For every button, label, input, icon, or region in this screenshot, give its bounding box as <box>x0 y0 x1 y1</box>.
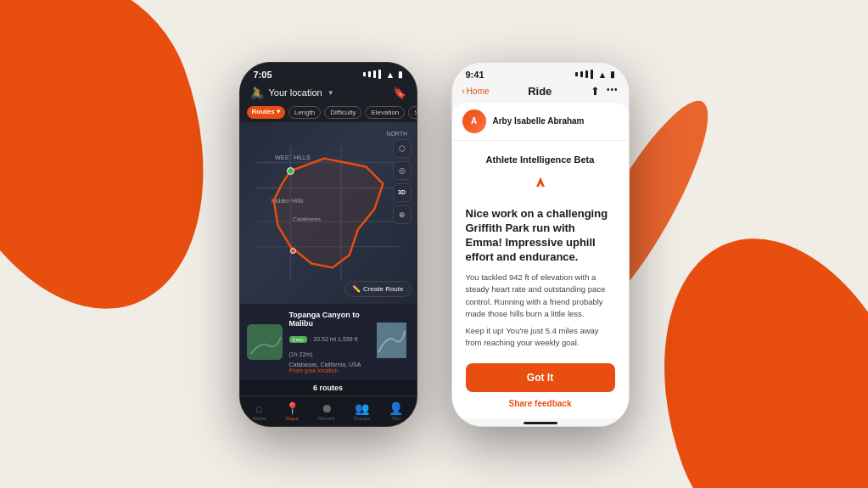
svg-point-1 <box>290 248 295 253</box>
groups-icon: 👥 <box>355 401 369 415</box>
nav-groups[interactable]: 👥 Groups <box>354 401 371 421</box>
more-icon[interactable]: ••• <box>607 85 619 98</box>
wifi-icon: ▲ <box>386 70 395 80</box>
home-icon: ⌂ <box>255 401 262 415</box>
bookmark-icon[interactable]: 🔖 <box>393 87 406 99</box>
nav-maps[interactable]: 📍 Maps <box>285 401 300 421</box>
create-route-button[interactable]: ✏️ Create Route <box>344 281 412 297</box>
signal-bar-p2-3 <box>585 70 588 78</box>
filter-difficulty[interactable]: Difficulty <box>324 106 361 119</box>
header-location: 🚴 Your location ▼ <box>250 87 334 99</box>
bike-icon: 🚴 <box>250 87 264 99</box>
svg-rect-2 <box>247 324 283 360</box>
nav-record[interactable]: ⏺ Record <box>318 401 334 421</box>
route-card-image-right <box>373 323 410 362</box>
nav-home[interactable]: ⌂ Home <box>253 401 266 421</box>
compass-button[interactable]: ◎ <box>393 161 412 180</box>
signal-bar-2 <box>368 71 371 77</box>
routes-count: 6 routes <box>240 380 417 395</box>
map-controls: ⬡ ◎ 3D ⊕ <box>393 139 412 224</box>
location-text: Your location <box>269 87 322 98</box>
signal-bar-p2-1 <box>575 72 578 76</box>
phone1-route-card[interactable]: Topanga Canyon to Malibu Easy 20.52 mi 1… <box>240 304 417 380</box>
phone-athlete-intelligence: 9:41 ▲ ▮ ‹ Home Ride ⬆ <box>451 62 630 427</box>
nav-record-label: Record <box>318 416 334 421</box>
wifi-icon-p2: ▲ <box>598 70 608 80</box>
record-icon: ⏺ <box>321 401 333 415</box>
phones-container: 7:05 ▲ ▮ 🚴 Your location ▼ 🔖 <box>0 0 868 488</box>
phone1-filters: Routes ▾ Length Difficulty Elevation Sur… <box>240 103 417 122</box>
phone2-status-bar: 9:41 ▲ ▮ <box>452 63 629 81</box>
battery-icon-p2: ▮ <box>610 70 615 79</box>
layers-button[interactable]: ⬡ <box>393 139 412 158</box>
back-button[interactable]: ‹ Home <box>462 87 490 96</box>
share-feedback-link[interactable]: Share feedback <box>509 399 572 408</box>
signal-bar-p2-2 <box>580 71 583 77</box>
ai-heading: Nice work on a challenging Griffith Park… <box>466 207 615 265</box>
signal-bar-1 <box>363 72 366 76</box>
filter-surface[interactable]: Surface <box>408 106 416 119</box>
phone2-bottom-nav <box>452 418 629 426</box>
ai-body-paragraph-1: You tackled 942 ft of elevation with a s… <box>466 272 615 320</box>
phone1-bottom-nav: ⌂ Home 📍 Maps ⏺ Record 👥 Groups 👤 Y <box>240 395 417 426</box>
athlete-avatar: A <box>462 109 486 133</box>
athlete-header: A Arby Isabelle Abraham <box>452 103 629 141</box>
route-difficulty-badge: Easy <box>289 336 307 343</box>
filter-routes[interactable]: Routes ▾ <box>247 106 285 119</box>
svg-point-0 <box>287 167 294 174</box>
ai-modal: Athlete Intelligence Beta Nice work on a… <box>452 141 629 418</box>
phone1-status-icons: ▲ ▮ <box>363 70 403 80</box>
edit-icon: ✏️ <box>352 285 361 293</box>
battery-icon: ▮ <box>398 70 403 79</box>
phone2-header: ‹ Home Ride ⬆ ••• <box>452 81 629 103</box>
athlete-name: Arby Isabelle Abraham <box>493 116 585 126</box>
route-title: Topanga Canyon to Malibu <box>289 311 367 328</box>
route-location: Calabasas, California, USA <box>289 362 367 367</box>
route-info: Topanga Canyon to Malibu Easy 20.52 mi 1… <box>289 311 367 373</box>
nav-title: Ride <box>528 85 552 98</box>
locate-button[interactable]: ⊕ <box>393 205 412 224</box>
nav-you[interactable]: 👤 You <box>389 401 403 421</box>
phone2-status-icons: ▲ ▮ <box>575 70 615 80</box>
ai-body: You tackled 942 ft of elevation with a s… <box>466 272 615 355</box>
signal-bar-p2-4 <box>591 70 593 79</box>
phone-routes: 7:05 ▲ ▮ 🚴 Your location ▼ 🔖 <box>239 62 417 427</box>
got-it-button[interactable]: Got It <box>466 363 615 392</box>
phone1-header: 🚴 Your location ▼ 🔖 <box>240 83 417 103</box>
phone2-time: 9:41 <box>466 70 484 80</box>
create-route-label: Create Route <box>363 285 404 293</box>
3d-button[interactable]: 3D <box>393 183 412 202</box>
signal-bar-3 <box>373 70 376 78</box>
strava-logo <box>519 175 562 196</box>
route-source: From your location <box>289 367 367 373</box>
share-icon[interactable]: ⬆ <box>591 85 600 98</box>
map-route-svg <box>240 122 417 304</box>
filter-elevation[interactable]: Elevation <box>365 106 405 119</box>
ai-modal-title: Athlete Intelligence Beta <box>486 154 595 165</box>
svg-marker-4 <box>535 177 546 194</box>
chevron-left-icon: ‹ <box>462 87 465 96</box>
phone1-screen: 7:05 ▲ ▮ 🚴 Your location ▼ 🔖 <box>240 63 417 426</box>
home-indicator <box>524 422 557 424</box>
ai-body-paragraph-2: Keep it up! You're just 5.4 miles away f… <box>466 325 615 350</box>
nav-groups-label: Groups <box>354 416 371 421</box>
nav-you-label: You <box>392 416 400 421</box>
nav-maps-label: Maps <box>286 416 299 421</box>
route-thumbnail <box>247 324 283 360</box>
you-icon: 👤 <box>389 401 403 415</box>
phone2-screen: 9:41 ▲ ▮ ‹ Home Ride ⬆ <box>452 63 629 426</box>
signal-bar-4 <box>378 70 381 79</box>
filter-length[interactable]: Length <box>288 106 321 119</box>
phone2-content: A Arby Isabelle Abraham Athlete Intellig… <box>452 103 629 418</box>
nav-home-label: Home <box>253 416 266 421</box>
phone1-status-bar: 7:05 ▲ ▮ <box>240 63 417 83</box>
nav-right-actions: ⬆ ••• <box>591 85 619 98</box>
back-label: Home <box>467 87 490 96</box>
phone1-map[interactable]: WEST HILLS Hidden Hills Calabasas NORTH <box>240 122 417 304</box>
maps-icon: 📍 <box>285 401 300 415</box>
chevron-down-icon: ▼ <box>328 89 334 97</box>
phone1-time: 7:05 <box>254 70 272 80</box>
